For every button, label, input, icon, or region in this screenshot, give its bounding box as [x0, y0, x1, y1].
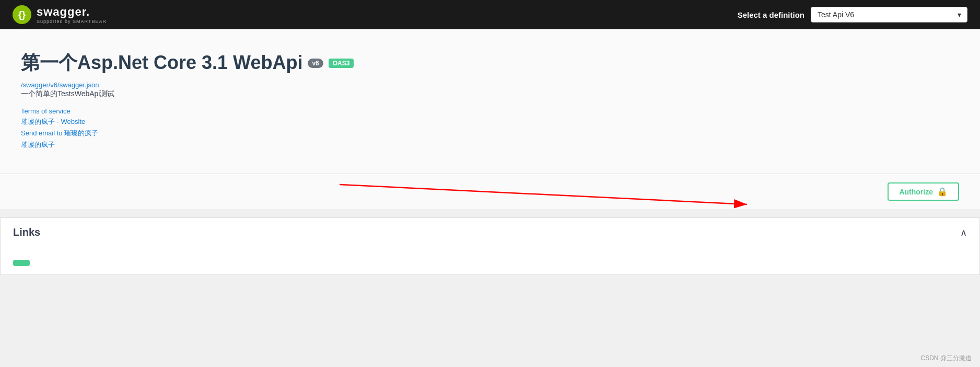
authorize-area: Authorize 🔒 — [0, 174, 980, 209]
svg-text:{}: {} — [18, 9, 26, 20]
author-link[interactable]: 璀璨的疯子 — [21, 140, 959, 150]
api-links: Terms of service 璀璨的疯子 - Website Send em… — [21, 107, 959, 150]
navbar-right: Select a definition Test Api V6 Test Api… — [738, 7, 967, 22]
api-url-link[interactable]: /swagger/v6/swagger.json — [21, 81, 99, 89]
links-green-button[interactable] — [13, 260, 30, 266]
badge-v6: v6 — [308, 59, 323, 68]
terms-of-service-link[interactable]: Terms of service — [21, 107, 959, 115]
select-definition-label: Select a definition — [738, 10, 804, 19]
authorize-section: Authorize 🔒 — [0, 174, 980, 209]
links-title: Links — [13, 226, 40, 238]
swagger-title-text: swagger. — [37, 5, 107, 19]
links-body — [1, 247, 979, 274]
links-section: Links ∧ — [0, 217, 980, 275]
authorize-button[interactable]: Authorize 🔒 — [888, 182, 959, 201]
swagger-subtitle-text: Supported by SMARTBEAR — [37, 19, 107, 24]
api-description: 一个简单的TestsWebApi测试 — [21, 89, 959, 99]
links-header: Links ∧ — [1, 218, 979, 247]
api-title: 第一个Asp.Net Core 3.1 WebApi — [21, 50, 302, 76]
api-title-row: 第一个Asp.Net Core 3.1 WebApi v6 OAS3 — [21, 50, 959, 76]
definition-select-wrapper[interactable]: Test Api V6 Test Api V5 Test Api V4 — [811, 7, 967, 22]
email-link[interactable]: Send email to 璀璨的疯子 — [21, 129, 959, 138]
swagger-logo-icon: {} — [13, 5, 31, 24]
swagger-title: swagger. Supported by SMARTBEAR — [37, 5, 107, 24]
website-link[interactable]: 璀璨的疯子 - Website — [21, 117, 959, 127]
navbar: {} swagger. Supported by SMARTBEAR Selec… — [0, 0, 980, 29]
brand: {} swagger. Supported by SMARTBEAR — [13, 5, 107, 24]
lock-icon: 🔒 — [937, 187, 948, 197]
authorize-button-label: Authorize — [899, 188, 933, 196]
badge-oas3: OAS3 — [329, 59, 354, 68]
definition-select[interactable]: Test Api V6 Test Api V5 Test Api V4 — [811, 7, 967, 22]
chevron-up-icon[interactable]: ∧ — [960, 227, 967, 238]
api-info-section: 第一个Asp.Net Core 3.1 WebApi v6 OAS3 /swag… — [0, 29, 980, 174]
